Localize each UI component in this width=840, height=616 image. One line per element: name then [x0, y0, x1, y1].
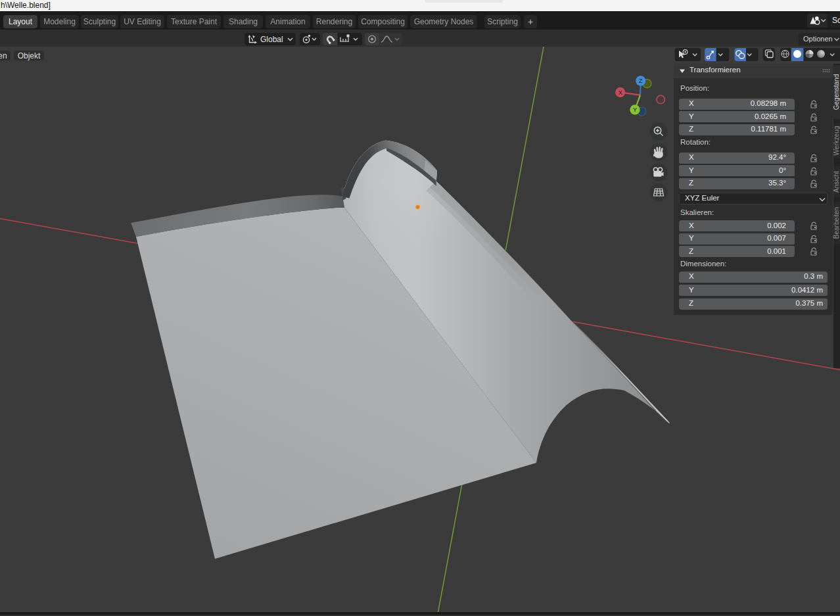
svg-text:Global: Global — [260, 35, 283, 44]
svg-text:Ansicht: Ansicht — [833, 171, 840, 193]
svg-text:Y: Y — [633, 107, 637, 113]
svg-text:Werkzeug: Werkzeug — [833, 126, 840, 156]
svg-text:Bearbeiten: Bearbeiten — [833, 207, 840, 239]
svg-text:X: X — [618, 89, 622, 96]
svg-text:Z: Z — [639, 78, 643, 84]
svg-text:Gegenstand: Gegenstand — [833, 74, 840, 110]
